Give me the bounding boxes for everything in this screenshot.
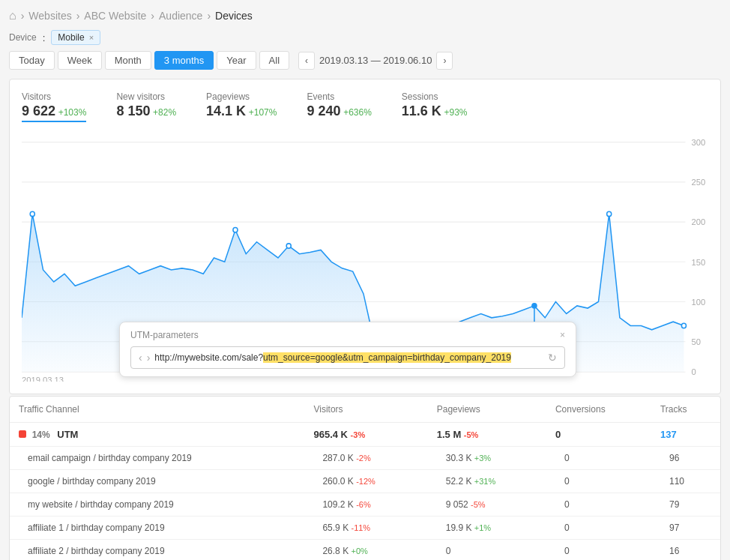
breadcrumb-sep: › bbox=[151, 10, 154, 22]
stat-sessions-change: +93% bbox=[444, 107, 468, 118]
svg-text:2019.03.13: 2019.03.13 bbox=[22, 376, 64, 382]
breadcrumb-sep: › bbox=[207, 10, 211, 22]
table-row: affiliate 2 / birthday company 2019 26.8… bbox=[10, 540, 720, 561]
stat-visitors-label: Visitors bbox=[22, 91, 86, 102]
tracks-value: 110 bbox=[651, 470, 720, 493]
channel-label: UTM bbox=[57, 429, 78, 440]
channel-percent: 14% bbox=[32, 430, 50, 440]
stat-visitors-value: 9 622 bbox=[22, 103, 55, 118]
pageviews-value: 19.9 K +1% bbox=[428, 517, 546, 540]
pageviews-value: 30.3 K +3% bbox=[428, 447, 546, 470]
stat-visitors[interactable]: Visitors 9 622 +103% bbox=[22, 91, 86, 122]
stat-pageviews-label: Pageviews bbox=[206, 91, 277, 102]
time-btn-year[interactable]: Year bbox=[217, 51, 256, 70]
date-next-btn[interactable]: › bbox=[436, 52, 453, 70]
pageviews-change: -5% bbox=[464, 430, 479, 439]
channel-name: my website / birthday company 2019 bbox=[10, 493, 304, 517]
stat-new-visitors[interactable]: New visitors 8 150 +82% bbox=[116, 91, 176, 122]
stat-sessions-value: 11.6 K bbox=[402, 103, 441, 118]
utm-url-bar: ‹ › http://mywebsite.com/sale?utm_source… bbox=[130, 346, 565, 369]
breadcrumb-sep: › bbox=[21, 10, 25, 22]
svg-point-22 bbox=[681, 323, 686, 328]
conversions-value: 0 bbox=[546, 470, 651, 493]
filter-tag-mobile[interactable]: Mobile × bbox=[51, 30, 100, 45]
table-header-row: Traffic Channel Visitors Pageviews Conve… bbox=[10, 397, 720, 423]
stat-events-label: Events bbox=[307, 91, 371, 102]
stat-new-visitors-label: New visitors bbox=[116, 91, 176, 102]
channel-name: 14% UTM bbox=[10, 423, 304, 447]
filter-sep: : bbox=[43, 32, 46, 43]
breadcrumb: ⌂ › Websites › ABC Website › Audience › … bbox=[9, 9, 721, 22]
svg-text:150: 150 bbox=[692, 257, 706, 266]
conversions-value: 0 bbox=[546, 447, 651, 470]
time-btn-today[interactable]: Today bbox=[9, 51, 55, 70]
home-icon[interactable]: ⌂ bbox=[9, 9, 16, 22]
stat-events[interactable]: Events 9 240 +636% bbox=[307, 91, 371, 122]
stat-pageviews-change: +107% bbox=[249, 107, 277, 118]
conversions-value: 0 bbox=[546, 493, 651, 517]
traffic-table: Traffic Channel Visitors Pageviews Conve… bbox=[10, 397, 720, 560]
time-bar: Today Week Month 3 months Year All ‹ 201… bbox=[9, 51, 721, 70]
time-btn-3months[interactable]: 3 months bbox=[154, 51, 214, 70]
visitors-value: 965.4 K -3% bbox=[304, 423, 427, 447]
tracks-value[interactable]: 137 bbox=[651, 423, 720, 447]
breadcrumb-audience[interactable]: Audience bbox=[159, 10, 202, 22]
time-btn-month[interactable]: Month bbox=[105, 51, 151, 70]
url-nav-prev[interactable]: ‹ bbox=[139, 352, 142, 364]
col-tracks: Tracks bbox=[651, 397, 720, 423]
chart-area: 300 250 200 150 100 50 0 bbox=[22, 134, 708, 382]
utm-reload-icon[interactable]: ↻ bbox=[548, 352, 557, 364]
chart-card: Visitors 9 622 +103% New visitors 8 150 … bbox=[9, 79, 721, 394]
stat-pageviews-value: 14.1 K bbox=[206, 103, 246, 118]
stat-sessions[interactable]: Sessions 11.6 K +93% bbox=[402, 91, 468, 122]
utm-popup-label: UTM-parameters bbox=[130, 330, 199, 340]
svg-text:50: 50 bbox=[692, 337, 701, 346]
date-range: 2019.03.13 — 2019.06.10 bbox=[319, 55, 432, 66]
utm-popup-close[interactable]: × bbox=[560, 330, 565, 340]
col-conversions: Conversions bbox=[546, 397, 651, 423]
col-pageviews: Pageviews bbox=[428, 397, 546, 423]
svg-text:0: 0 bbox=[692, 367, 696, 376]
utm-popup-header: UTM-parameters × bbox=[130, 330, 565, 340]
stat-new-visitors-value: 8 150 bbox=[116, 103, 150, 118]
svg-point-15 bbox=[233, 228, 238, 232]
breadcrumb-sep: › bbox=[76, 10, 80, 22]
pageviews-value: 1.5 M -5% bbox=[428, 423, 546, 447]
date-nav: ‹ 2019.03.13 — 2019.06.10 › bbox=[298, 52, 453, 70]
time-btn-all[interactable]: All bbox=[259, 51, 289, 70]
tracks-value: 97 bbox=[651, 517, 720, 540]
table-row: my website / birthday company 2019 109.2… bbox=[10, 493, 720, 517]
stat-new-visitors-change: +82% bbox=[153, 107, 176, 118]
date-prev-btn[interactable]: ‹ bbox=[298, 52, 315, 70]
stat-events-value: 9 240 bbox=[307, 103, 340, 118]
utm-popup: UTM-parameters × ‹ › http://mywebsite.co… bbox=[119, 322, 576, 377]
stat-visitors-change: +103% bbox=[58, 107, 87, 118]
pageviews-value: 52.2 K +31% bbox=[428, 470, 546, 493]
svg-text:300: 300 bbox=[692, 138, 706, 147]
visitors-value: 65.9 K -11% bbox=[304, 517, 427, 540]
filter-tag-label: Mobile bbox=[58, 32, 84, 43]
url-nav-next[interactable]: › bbox=[147, 352, 151, 364]
channel-color-dot bbox=[19, 430, 26, 438]
conversions-value: 0 bbox=[546, 423, 651, 447]
stat-events-change: +636% bbox=[343, 107, 372, 118]
stat-pageviews[interactable]: Pageviews 14.1 K +107% bbox=[206, 91, 277, 122]
breadcrumb-abc[interactable]: ABC Website bbox=[84, 10, 146, 22]
filter-label: Device bbox=[9, 32, 37, 43]
filter-tag-close[interactable]: × bbox=[89, 33, 94, 42]
filter-bar: Device : Mobile × bbox=[9, 30, 721, 45]
svg-text:100: 100 bbox=[692, 298, 706, 307]
utm-url-prefix: http://mywebsite.com/sale?utm_source=goo… bbox=[154, 352, 511, 363]
breadcrumb-websites[interactable]: Websites bbox=[28, 10, 71, 22]
breadcrumb-devices[interactable]: Devices bbox=[215, 10, 253, 22]
visitors-value: 26.8 K +0% bbox=[304, 540, 427, 561]
time-btn-week[interactable]: Week bbox=[58, 51, 102, 70]
pageviews-value: 0 bbox=[428, 540, 546, 561]
stats-row: Visitors 9 622 +103% New visitors 8 150 … bbox=[22, 91, 708, 122]
col-visitors: Visitors bbox=[304, 397, 427, 423]
col-channel: Traffic Channel bbox=[10, 397, 304, 423]
pageviews-value: 9 052 -5% bbox=[428, 493, 546, 517]
svg-point-14 bbox=[30, 211, 34, 216]
svg-text:200: 200 bbox=[692, 217, 706, 226]
visitors-value: 109.2 K -6% bbox=[304, 493, 427, 517]
